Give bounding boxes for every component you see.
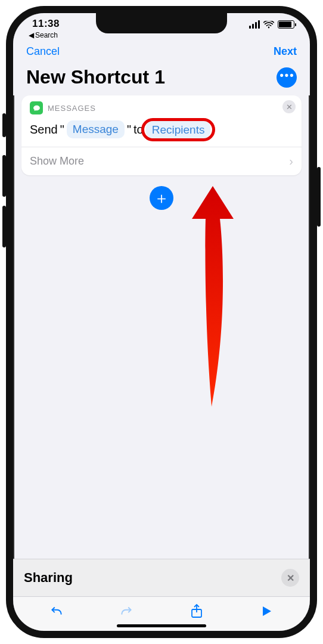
page-title[interactable]: New Shortcut 1 [26, 66, 165, 88]
status-back-label: Search [35, 31, 58, 39]
status-time: 11:38 [32, 18, 60, 30]
svg-point-0 [268, 27, 270, 29]
sharing-sheet[interactable]: Sharing ✕ [13, 559, 310, 596]
more-options-button[interactable]: ••• [277, 67, 297, 88]
recipients-token[interactable]: Recipients [146, 121, 211, 138]
status-back-to-search[interactable]: ◀ Search [29, 31, 60, 39]
home-indicator[interactable] [117, 624, 206, 627]
messages-app-icon [30, 101, 43, 114]
chevron-right-icon: › [289, 154, 293, 168]
sharing-close-button[interactable]: ✕ [281, 569, 299, 587]
phone-frame: 11:38 ◀ Search Cancel Next New Shortcut … [6, 6, 317, 638]
card-body: Send " Message " to Recipients [21, 116, 302, 147]
run-shortcut-button[interactable] [257, 602, 276, 621]
close-icon: ✕ [287, 572, 294, 584]
phone-notch [96, 13, 227, 33]
chevron-left-icon: ◀ [29, 31, 34, 39]
show-more-label: Show More [30, 155, 84, 168]
redo-button[interactable] [117, 602, 136, 621]
to-word: to [133, 123, 144, 137]
plus-icon: ＋ [154, 188, 169, 209]
battery-icon [278, 20, 294, 29]
next-button[interactable]: Next [274, 45, 297, 58]
quote-close: " [127, 123, 131, 137]
quote-open: " [60, 123, 64, 137]
cellular-signal-icon [249, 20, 260, 29]
card-header: MESSAGES ✕ [21, 95, 302, 116]
card-app-label: MESSAGES [48, 104, 96, 113]
wifi-icon [263, 20, 274, 29]
cancel-button[interactable]: Cancel [26, 45, 60, 58]
annotation-arrow [177, 186, 249, 407]
show-more-row[interactable]: Show More › [21, 147, 302, 175]
send-word: Send [30, 123, 58, 137]
content-area: MESSAGES ✕ Send " Message " to Recipient… [13, 95, 310, 210]
title-row: New Shortcut 1 ••• [13, 58, 310, 95]
messages-action-card: MESSAGES ✕ Send " Message " to Recipient… [21, 95, 302, 175]
sharing-title: Sharing [24, 570, 73, 586]
add-action-button[interactable]: ＋ [150, 186, 173, 210]
nav-bar: Cancel Next [13, 42, 310, 58]
undo-button[interactable] [47, 602, 66, 621]
share-button[interactable] [187, 602, 206, 621]
close-icon: ✕ [286, 103, 293, 112]
remove-action-button[interactable]: ✕ [282, 100, 296, 113]
message-token[interactable]: Message [67, 120, 125, 138]
phone-power-button [317, 167, 321, 227]
